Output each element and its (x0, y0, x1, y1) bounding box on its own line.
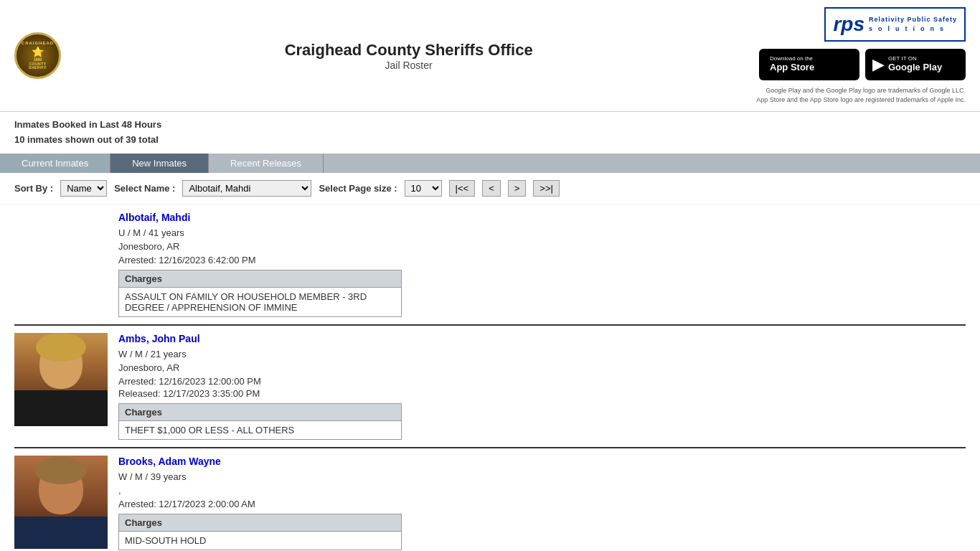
inmate-location-0: Jonesboro, AR (118, 241, 966, 252)
charges-body-0: ASSAULT ON FAMILY OR HOUSEHOLD MEMBER - … (119, 288, 401, 316)
inmates-booked-label: Inmates Booked in Last 48 Hours (14, 118, 966, 133)
nav-prev-button[interactable]: < (482, 180, 501, 197)
page-subtitle: Jail Roster (61, 60, 756, 71)
charges-table-0: Charges ASSAULT ON FAMILY OR HOUSEHOLD M… (118, 270, 402, 317)
page-header: CRAIGHEAD ⭐ 1899 COUNTY SHERIFF Craighea… (0, 0, 980, 112)
inmate-arrested-0: Arrested: 12/16/2023 6:42:00 PM (118, 255, 966, 265)
trademark-text: Google Play and the Google Play logo are… (756, 86, 966, 104)
controls-bar: Sort By : Name Date Select Name : Albota… (0, 173, 980, 204)
inmate-name-1[interactable]: Ambs, John Paul (118, 333, 966, 344)
tab-current-inmates[interactable]: Current Inmates (0, 154, 110, 173)
charges-table-2: Charges MID-SOUTH HOLD (118, 514, 402, 550)
inmate-name-0[interactable]: Albotaif, Mahdi (118, 212, 966, 223)
google-play-icon: ▶ (872, 55, 885, 74)
inmate-arrested-2: Arrested: 12/17/2023 2:00:00 AM (118, 499, 966, 509)
header-title-area: Craighead County Sheriffs Office Jail Ro… (61, 41, 756, 71)
google-play-button[interactable]: ▶ GET IT ON Google Play (865, 49, 966, 80)
nav-first-button[interactable]: |<< (449, 180, 476, 197)
app-buttons-container: Download on the App Store ▶ GET IT ON Go… (759, 49, 966, 80)
table-row: Albotaif, Mahdi U / M / 41 years Jonesbo… (14, 204, 966, 326)
google-play-text: GET IT ON Google Play (888, 56, 942, 73)
sort-select[interactable]: Name Date (60, 180, 107, 197)
inmate-photo-2 (14, 456, 108, 549)
inmate-info-0: Albotaif, Mahdi U / M / 41 years Jonesbo… (118, 212, 966, 317)
charges-table-1: Charges THEFT $1,000 OR LESS - ALL OTHER… (118, 403, 402, 440)
rps-logo: rps Relativity Public Safety s o l u t i… (824, 7, 966, 42)
rps-tagline: Relativity Public Safety s o l u t i o n… (869, 15, 957, 33)
rps-letters: rps (833, 13, 864, 36)
header-right: rps Relativity Public Safety s o l u t i… (756, 7, 966, 104)
app-store-text: Download on the App Store (770, 56, 814, 73)
inmate-name-2[interactable]: Brooks, Adam Wayne (118, 456, 966, 467)
name-select[interactable]: Albotaif, Mahdi Ambs, John Paul Brooks, … (182, 180, 311, 197)
inmate-demographics-0: U / M / 41 years (118, 227, 966, 238)
table-row: Brooks, Adam Wayne W / M / 39 years , Ar… (14, 448, 966, 551)
inmate-demographics-1: W / M / 21 years (118, 349, 966, 359)
inmate-location-2: , (118, 485, 966, 496)
inmate-arrested-1: Arrested: 12/16/2023 12:00:00 PM (118, 376, 966, 387)
inmate-list: Albotaif, Mahdi U / M / 41 years Jonesbo… (0, 204, 980, 551)
inmate-demographics-2: W / M / 39 years (118, 471, 966, 482)
table-row: Ambs, John Paul W / M / 21 years Jonesbo… (14, 326, 966, 448)
charges-header-0: Charges (119, 270, 401, 288)
page-size-label: Select Page size : (319, 183, 397, 194)
tab-bar: Current Inmates New Inmates Recent Relea… (0, 154, 980, 173)
charges-body-1: THEFT $1,000 OR LESS - ALL OTHERS (119, 421, 401, 439)
sheriff-badge: CRAIGHEAD ⭐ 1899 COUNTY SHERIFF (14, 32, 61, 79)
charges-body-2: MID-SOUTH HOLD (119, 532, 401, 550)
inmate-info-1: Ambs, John Paul W / M / 21 years Jonesbo… (118, 333, 966, 440)
info-bar: Inmates Booked in Last 48 Hours 10 inmat… (0, 112, 980, 154)
inmate-photo-1 (14, 333, 108, 426)
inmate-location-1: Jonesboro, AR (118, 362, 966, 373)
page-title: Craighead County Sheriffs Office (61, 41, 756, 60)
inmates-count-label: 10 inmates shown out of 39 total (14, 133, 966, 148)
charges-header-2: Charges (119, 514, 401, 532)
nav-next-button[interactable]: > (508, 180, 527, 197)
name-select-label: Select Name : (114, 183, 175, 194)
charges-header-1: Charges (119, 404, 401, 421)
app-store-button[interactable]: Download on the App Store (759, 49, 859, 80)
page-size-select[interactable]: 10 25 50 100 (405, 180, 442, 197)
tab-recent-releases[interactable]: Recent Releases (209, 154, 324, 173)
sort-label: Sort By : (14, 183, 53, 194)
tab-new-inmates[interactable]: New Inmates (110, 154, 209, 173)
nav-last-button[interactable]: >>| (533, 180, 560, 197)
inmate-info-2: Brooks, Adam Wayne W / M / 39 years , Ar… (118, 456, 966, 550)
inmate-released-1: Released: 12/17/2023 3:35:00 PM (118, 388, 966, 399)
